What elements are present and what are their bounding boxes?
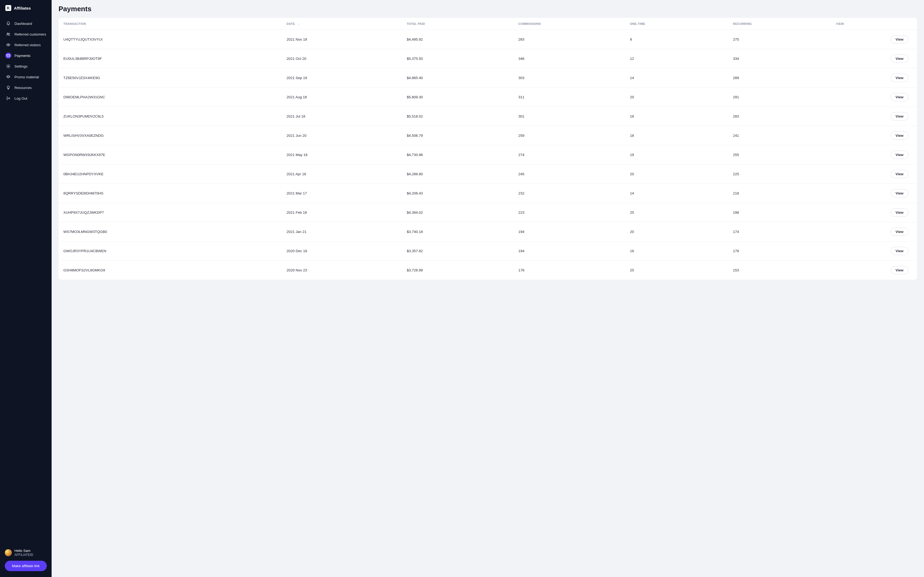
cell-date: 2021 Oct 20: [282, 49, 402, 68]
cell-transaction: 8QRRYSDE8IDHM70HS: [58, 184, 282, 203]
payments-table: TRANSACTION DATE ↓ TOTAL PAID COMMISSION…: [58, 18, 917, 280]
card-icon: [5, 53, 11, 58]
cell-commissions: 311: [514, 88, 625, 107]
sidebar-item-label: Referred visitors: [15, 43, 40, 47]
table-row: GSH8MOFS2VL8GMKG92020 Nov 23$3,726.99178…: [58, 261, 917, 280]
cell-one-time: 19: [625, 145, 728, 164]
cell-view: View: [831, 242, 917, 261]
cell-commissions: 178: [514, 261, 625, 280]
svg-point-1: [8, 33, 10, 34]
view-button[interactable]: View: [890, 189, 908, 197]
view-button[interactable]: View: [890, 74, 908, 82]
sidebar-footer: Hello Sam AFFILIATEID Make affiliate lin…: [0, 545, 52, 577]
sidebar-item-settings[interactable]: Settings: [2, 61, 50, 71]
cell-recurring: 241: [728, 126, 831, 145]
payments-table-body: U4QTTYUJQUTX3VYUI2021 Nov 18$4,495.92283…: [58, 30, 917, 280]
col-header-total-paid[interactable]: TOTAL PAID: [402, 18, 513, 30]
cell-total-paid: $5,375.50: [402, 49, 513, 68]
sidebar-item-label: Settings: [15, 64, 27, 68]
logout-icon: [5, 95, 11, 101]
cell-recurring: 275: [728, 30, 831, 49]
users-icon: [5, 31, 11, 37]
layers-icon: [5, 74, 11, 80]
cell-transaction: EU0UL3B4BRPJ0OT9F: [58, 49, 282, 68]
cell-date: 2021 Jul 18: [282, 107, 402, 126]
main-content: Payments TRANSACTION DATE ↓ TOTAL PAID C…: [52, 0, 924, 577]
view-button[interactable]: View: [890, 93, 908, 101]
cell-transaction: ZUKLON3PUMDV2C6L5: [58, 107, 282, 126]
table-row: WGPON0RWX9JKKX97E2021 May 18$4,730.96274…: [58, 145, 917, 164]
sidebar-item-resources[interactable]: Resources: [2, 82, 50, 93]
cell-view: View: [831, 107, 917, 126]
view-button[interactable]: View: [890, 151, 908, 159]
cell-one-time: 14: [625, 68, 728, 88]
view-button[interactable]: View: [890, 247, 908, 255]
eye-icon: [5, 42, 11, 48]
cell-transaction: U4QTTYUJQUTX3VYUI: [58, 30, 282, 49]
sidebar-item-referred-customers[interactable]: Referred customers: [2, 29, 50, 39]
cell-commissions: 259: [514, 126, 625, 145]
view-button[interactable]: View: [890, 227, 908, 236]
table-row: TZ6E50VJZSX4IKE9G2021 Sep 19$4,965.40303…: [58, 68, 917, 88]
cell-total-paid: $4,206.43: [402, 184, 513, 203]
svg-point-0: [7, 33, 8, 34]
col-header-date-label: DATE: [287, 22, 295, 25]
cell-recurring: 218: [728, 184, 831, 203]
table-row: D96OEMLPHA2W31GNC2021 Aug 18$5,809.30311…: [58, 88, 917, 107]
svg-point-2: [8, 44, 8, 45]
cell-view: View: [831, 203, 917, 222]
svg-rect-3: [7, 55, 10, 56]
cell-total-paid: $5,809.30: [402, 88, 513, 107]
sidebar-item-label: Payments: [15, 54, 31, 58]
cell-one-time: 20: [625, 222, 728, 242]
cell-view: View: [831, 184, 917, 203]
sidebar-item-referred-visitors[interactable]: Referred visitors: [2, 40, 50, 50]
cell-commissions: 301: [514, 107, 625, 126]
cell-total-paid: $4,965.40: [402, 68, 513, 88]
col-header-commissions[interactable]: COMMISSIONS: [514, 18, 625, 30]
col-header-one-time[interactable]: ONE-TIME: [625, 18, 728, 30]
payments-table-card: TRANSACTION DATE ↓ TOTAL PAID COMMISSION…: [58, 18, 917, 280]
view-button[interactable]: View: [890, 112, 908, 121]
sidebar-item-dashboard[interactable]: Dashboard: [2, 18, 50, 29]
make-affiliate-link-button[interactable]: Make affiliate link: [5, 561, 47, 571]
view-button[interactable]: View: [890, 55, 908, 63]
cell-total-paid: $4,506.79: [402, 126, 513, 145]
col-header-view: VIEW: [831, 18, 917, 30]
col-header-transaction[interactable]: TRANSACTION: [58, 18, 282, 30]
view-button[interactable]: View: [890, 266, 908, 274]
view-button[interactable]: View: [890, 208, 908, 217]
view-button[interactable]: View: [890, 35, 908, 44]
cell-recurring: 153: [728, 261, 831, 280]
cell-recurring: 289: [728, 68, 831, 88]
cell-transaction: WGPON0RWX9JKKX97E: [58, 145, 282, 164]
cell-transaction: XUHP9X7JUQZJWKDP7: [58, 203, 282, 222]
cell-date: 2021 Apr 18: [282, 164, 402, 184]
cell-view: View: [831, 88, 917, 107]
bulb-icon: [5, 85, 11, 90]
table-row: U4QTTYUJQUTX3VYUI2021 Nov 18$4,495.92283…: [58, 30, 917, 49]
view-button[interactable]: View: [890, 170, 908, 178]
sidebar-item-log-out[interactable]: Log Out: [2, 93, 50, 103]
user-greeting: Hello Sam: [15, 549, 33, 553]
cell-one-time: 8: [625, 30, 728, 49]
sidebar-item-label: Dashboard: [15, 22, 32, 26]
sidebar-item-label: Log Out: [15, 97, 27, 100]
table-row: XUHP9X7JUQZJWKDP72021 Feb 18$4,384.02223…: [58, 203, 917, 222]
cell-date: 2021 Feb 18: [282, 203, 402, 222]
cell-total-paid: $4,384.02: [402, 203, 513, 222]
cell-date: 2021 Mar 17: [282, 184, 402, 203]
sidebar-item-payments[interactable]: Payments: [2, 50, 50, 61]
col-header-date[interactable]: DATE ↓: [282, 18, 402, 30]
cell-view: View: [831, 222, 917, 242]
cell-one-time: 20: [625, 164, 728, 184]
cell-commissions: 232: [514, 184, 625, 203]
view-button[interactable]: View: [890, 131, 908, 140]
table-row: WRLISHV3VXA0EZNDG2021 Jun 20$4,506.79259…: [58, 126, 917, 145]
cell-date: 2021 Jan 21: [282, 222, 402, 242]
cell-recurring: 283: [728, 107, 831, 126]
sidebar-item-promo-material[interactable]: Promo material: [2, 72, 50, 82]
col-header-recurring[interactable]: RECURRING: [728, 18, 831, 30]
cell-one-time: 18: [625, 126, 728, 145]
user-affiliate-id: AFFILIATEID: [15, 553, 33, 557]
